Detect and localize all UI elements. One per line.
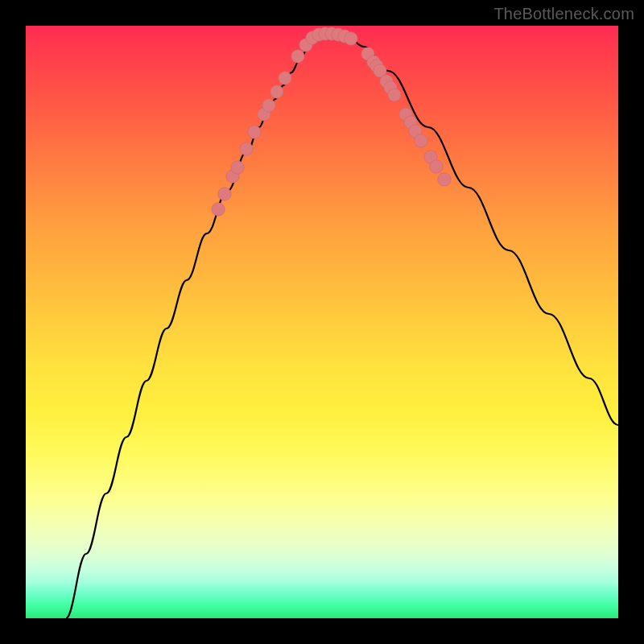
bottleneck-chart — [26, 26, 618, 618]
data-points-group — [212, 27, 451, 216]
data-point — [212, 203, 225, 216]
data-point — [248, 126, 261, 138]
data-point — [430, 160, 443, 173]
data-point — [218, 188, 231, 200]
data-point — [345, 32, 357, 45]
data-point — [415, 134, 427, 147]
data-point — [231, 161, 244, 174]
watermark-text: TheBottleneck.com — [493, 5, 634, 23]
data-point — [438, 173, 451, 186]
bottleneck-curve — [66, 35, 618, 618]
data-point — [388, 89, 401, 101]
data-point — [262, 99, 275, 112]
data-point — [270, 85, 283, 98]
data-point — [240, 142, 253, 155]
data-point — [291, 50, 304, 63]
chart-curve-group — [66, 35, 618, 618]
data-point — [279, 72, 291, 85]
